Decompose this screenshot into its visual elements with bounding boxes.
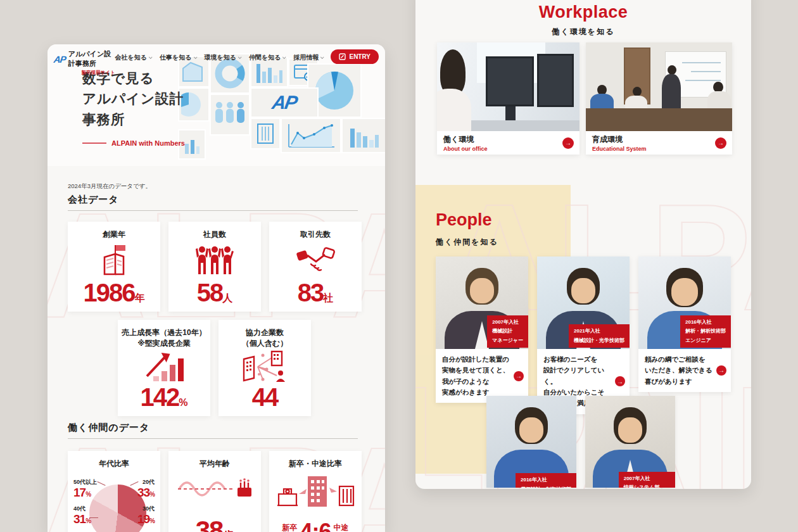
ap-logo-icon: AP bbox=[53, 54, 66, 65]
employees-icon bbox=[195, 240, 234, 280]
section-heading-company: 会社データ bbox=[68, 194, 119, 206]
stat-title: 社員数 bbox=[203, 229, 226, 240]
section-divider bbox=[68, 210, 358, 211]
section-heading-members: 働く仲間のデータ bbox=[68, 422, 149, 434]
employee-photo: 2007年入社 機械設計 マネージャー bbox=[436, 256, 528, 349]
employee-card-3[interactable]: 2016年入社 解析・解析技術部 エンジニア 頼みの綱でご相談を いただき、解決… bbox=[638, 256, 731, 392]
employee-badge: 2021年入社 機械設計・光学技術部 bbox=[569, 324, 630, 348]
hiring-ratio-value: 新卒採用 4:6 中途採用 bbox=[282, 519, 348, 532]
office-photo bbox=[437, 42, 580, 131]
entry-label: ENTRY bbox=[349, 53, 370, 60]
nav-item-people[interactable]: 仲間を知る bbox=[249, 53, 285, 62]
document-columns-icon bbox=[251, 119, 279, 148]
hero-chart-mosaic: AP bbox=[178, 54, 385, 166]
nav-item-recruit-info[interactable]: 採用情報 bbox=[293, 53, 323, 62]
line-chart-icon bbox=[282, 119, 340, 152]
employee-quote: 頼みの綱でご相談を いただき、解決できる 喜びがあります bbox=[645, 354, 714, 387]
employee-card-1[interactable]: 2007年入社 機械設計 マネージャー 自分が設計した装置の 実物を見せて頂くと… bbox=[436, 256, 528, 403]
school-company-icon bbox=[275, 469, 356, 512]
chevron-down-icon bbox=[320, 55, 324, 59]
stat-card-partners: 協力企業数 （個人含む） 44 bbox=[218, 320, 311, 416]
stat-card-age-ratio: 年代比率 50代以上17% 20代33% 40代31% 30代19% bbox=[68, 451, 160, 532]
employee-card-4[interactable]: 2016年入社 電気設計・制御技術部 bbox=[486, 396, 576, 488]
logo-subtitle: 新卒採用サイト bbox=[82, 70, 115, 76]
workplace-card-office[interactable]: 働く環境 About our office → bbox=[437, 42, 580, 155]
age-pie-wrap: 50代以上17% 20代33% 40代31% 30代19% bbox=[72, 469, 156, 532]
pie-leader-line bbox=[89, 517, 98, 518]
meeting-photo-art bbox=[586, 42, 732, 131]
stat-title: 協力企業数 （個人含む） bbox=[242, 327, 288, 349]
employee-badge: 2007年入社 機械設計 マネージャー bbox=[487, 315, 528, 348]
stat-value: 1986年 bbox=[84, 280, 145, 305]
pie-label-40s: 40代31% bbox=[73, 506, 91, 525]
workplace-subtitle: 働く環境を知る bbox=[415, 27, 751, 37]
main-nav: 会社を知る 仕事を知る 環境を知る 仲間を知る 採用情報 bbox=[115, 53, 324, 62]
stat-value: 44 bbox=[252, 384, 278, 410]
workplace-heading: Workplace bbox=[415, 3, 751, 22]
nav-item-environment[interactable]: 環境を知る bbox=[205, 53, 241, 62]
bar-chart2-icon bbox=[343, 119, 385, 152]
data-note: 2024年3月現在のデータです。 bbox=[68, 182, 151, 191]
chevron-down-icon bbox=[238, 55, 242, 59]
chevron-down-icon bbox=[282, 55, 286, 59]
logo-name: アルパイン設計事務所 bbox=[68, 49, 115, 68]
tagline-rule bbox=[82, 142, 106, 144]
arrow-right-icon[interactable]: → bbox=[715, 137, 726, 149]
caption-title: 働く環境 bbox=[443, 134, 558, 145]
site-logo[interactable]: AP アルパイン設計事務所 新卒採用サイト bbox=[54, 49, 115, 76]
employee-badge: 2007年入社 情報システム部 リーダーエンジニア bbox=[619, 472, 675, 488]
stat-title: 売上成長率（過去10年） ※堅実成長企業 bbox=[122, 327, 206, 349]
employee-card-2[interactable]: 2021年入社 機械設計・光学技術部 お客様のニーズを 設計でクリアしていく。 … bbox=[537, 256, 630, 414]
meeting-photo bbox=[586, 42, 732, 131]
arrow-right-icon[interactable]: → bbox=[615, 376, 625, 386]
caption-subtitle: About our office bbox=[443, 146, 558, 152]
nav-item-work[interactable]: 仕事を知る bbox=[160, 53, 196, 62]
caption-subtitle: Educational System bbox=[592, 146, 711, 152]
arrow-right-icon[interactable]: → bbox=[562, 137, 574, 149]
employee-photo: 2016年入社 解析・解析技術部 エンジニア bbox=[638, 256, 731, 349]
page-title: 数字で見る アルパイン設計 事務所 bbox=[82, 68, 184, 130]
employee-badge: 2016年入社 解析・解析技術部 エンジニア bbox=[680, 315, 731, 348]
entry-form-icon bbox=[339, 53, 346, 60]
stat-value: 58人 bbox=[197, 280, 233, 305]
stat-card-growth: 売上成長率（過去10年） ※堅実成長企業 142% bbox=[118, 320, 210, 416]
tagline-text: ALPAIN with Numbers bbox=[111, 139, 185, 147]
screenshot-root: { "ui": { "percent": "%", "arrow": "→", … bbox=[0, 0, 798, 532]
pie-label-20s: 20代33% bbox=[137, 479, 155, 498]
office-photo-art bbox=[437, 42, 580, 131]
nav-item-company[interactable]: 会社を知る bbox=[115, 53, 151, 62]
entry-button[interactable]: ENTRY bbox=[331, 49, 379, 64]
people-subtitle: 働く仲間を知る bbox=[436, 237, 498, 248]
stat-card-founded: 創業年 1986年 bbox=[68, 222, 160, 312]
building-flag-icon bbox=[96, 240, 132, 280]
stat-title: 新卒・中途比率 bbox=[289, 459, 342, 469]
stat-value: 142% bbox=[141, 384, 188, 410]
pie-leader-line bbox=[137, 517, 146, 518]
employee-quote: 自分が設計した装置の 実物を見せて頂くと、 我が子のような 実感がわきます bbox=[442, 354, 512, 398]
pie-label-50s: 50代以上17% bbox=[73, 479, 97, 498]
people-heading: People bbox=[436, 210, 492, 230]
stat-card-avg-age: 平均年齢 38歳 bbox=[168, 451, 261, 532]
ap-logo-icon: AP bbox=[270, 92, 298, 113]
stat-card-employees: 社員数 58人 bbox=[168, 222, 261, 312]
arrow-right-icon[interactable]: → bbox=[716, 365, 726, 376]
stat-value: 38歳 bbox=[196, 517, 234, 532]
workplace-caption: 働く環境 About our office → bbox=[437, 131, 580, 155]
chevron-down-icon bbox=[193, 55, 197, 59]
people-group-icon bbox=[211, 95, 249, 134]
workplace-card-education[interactable]: 育成環境 Educational System → bbox=[586, 42, 732, 155]
site-page-lower: Workplace 働く環境を知る 働く環境 About our office … bbox=[415, 0, 751, 489]
workplace-caption: 育成環境 Educational System → bbox=[586, 131, 732, 155]
chevron-down-icon bbox=[149, 55, 153, 59]
handshake-icon bbox=[296, 240, 335, 280]
recruit-site-window: AP アルパイン設計事務所 新卒採用サイト 会社を知る 仕事を知る 環境を知る … bbox=[48, 44, 385, 532]
stat-card-clients: 取引先数 83社 bbox=[269, 222, 362, 312]
stat-card-hiring-ratio: 新卒・中途比率 新卒採用 4:6 中途採用 bbox=[269, 451, 362, 532]
employee-card-5[interactable]: 2007年入社 情報システム部 リーダーエンジニア bbox=[585, 396, 675, 488]
employee-badge: 2016年入社 電気設計・制御技術部 bbox=[516, 473, 576, 488]
stat-title: 創業年 bbox=[103, 229, 125, 240]
stat-title: 平均年齢 bbox=[200, 459, 230, 469]
section-divider bbox=[68, 438, 358, 439]
arrow-right-icon[interactable]: → bbox=[514, 371, 524, 381]
stat-title: 年代比率 bbox=[99, 459, 129, 469]
